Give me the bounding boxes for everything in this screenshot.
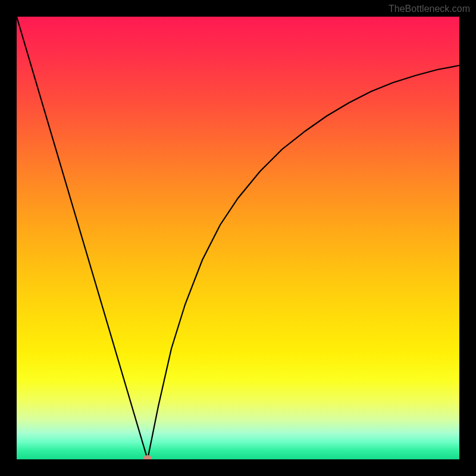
watermark-text: TheBottleneck.com [389, 4, 470, 14]
plot-area [17, 17, 459, 459]
curve-right-segment [148, 65, 459, 459]
curve-left-segment [17, 17, 148, 459]
chart-container: TheBottleneck.com [0, 0, 476, 476]
optimal-point-marker [143, 455, 152, 459]
chart-curve [17, 17, 459, 459]
